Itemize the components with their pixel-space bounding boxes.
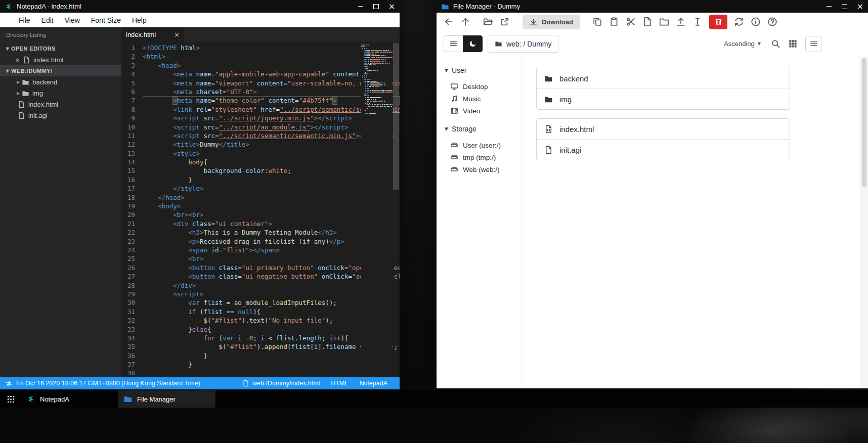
editor-line[interactable]: 11 <script src="../script/semantic/seman…: [121, 131, 400, 140]
cut-button[interactable]: [626, 17, 636, 27]
editor-line[interactable]: 13 <style>: [121, 149, 400, 158]
editor-line[interactable]: 32 $("#flist").text("No input file");: [121, 316, 400, 325]
tree-item-img[interactable]: ▶img: [0, 87, 121, 99]
tree-item-backend[interactable]: ▶backend: [0, 76, 121, 87]
editor-line[interactable]: 5 <meta name="viewport" content="user-sc…: [121, 79, 400, 87]
editor-line[interactable]: 21 <div class="ui container">: [121, 219, 400, 228]
fm-sidebar-item-tmp-tmp[interactable]: tmp (tmp:/): [445, 151, 522, 163]
editor-line[interactable]: 6 <meta charset="UTF-8">: [121, 87, 400, 96]
minimize-button[interactable]: [353, 0, 368, 13]
new-file-button[interactable]: [642, 17, 653, 27]
editor-line[interactable]: 34 for (var i =0; i < flist.length; i++)…: [121, 334, 400, 342]
editor-line[interactable]: 26 <button class="ui primary button" onc…: [121, 263, 400, 272]
editor-line[interactable]: 3 <head>: [121, 61, 400, 70]
file-row-index-html[interactable]: index.html: [537, 119, 790, 139]
rename-button[interactable]: [692, 17, 703, 27]
close-editor-icon[interactable]: ×: [15, 56, 23, 64]
tree-item-index-html[interactable]: ×index.html: [0, 54, 121, 65]
editor-line[interactable]: 31 if (flist == null){: [121, 307, 400, 316]
editor-line[interactable]: 35 $("#flist").append(flist[i].filename …: [121, 342, 400, 351]
tab-index-html[interactable]: index.html ×: [121, 27, 184, 42]
editor-line[interactable]: 24 <span id="flist"></span>: [121, 246, 400, 254]
open-in-new-window-button[interactable]: [500, 17, 510, 27]
close-button[interactable]: ×: [384, 0, 400, 13]
editor-line[interactable]: 25 <br>: [121, 254, 400, 263]
fm-sidebar-item-desktop[interactable]: Desktop: [445, 80, 522, 93]
editor-scrollbar[interactable]: [393, 42, 400, 377]
maximize-button[interactable]: [368, 0, 384, 13]
open-button[interactable]: [483, 17, 493, 27]
fm-sidebar-item-user-user[interactable]: User (user:/): [445, 139, 522, 151]
editor-line[interactable]: 7 <meta name="theme-color" content="#4b7…: [121, 96, 400, 105]
editor-line[interactable]: 10 <script src="../script/ao_module.js">…: [121, 123, 400, 131]
editor-line[interactable]: 17 </style>: [121, 184, 400, 193]
editor-line[interactable]: 19 <body>: [121, 202, 400, 210]
app-launcher-button[interactable]: [0, 390, 21, 408]
editor-line[interactable]: 12 <title>Dummy</title>: [121, 140, 400, 149]
fm-sidebar-item-video[interactable]: Video: [445, 105, 522, 117]
fm-scrollbar[interactable]: [860, 57, 868, 388]
editor-line[interactable]: 37 }: [121, 360, 400, 369]
editor-line[interactable]: 23 <p>Received drag-in filelist (if any)…: [121, 237, 400, 246]
editor-line[interactable]: 38: [121, 369, 400, 377]
editor-line[interactable]: 8 <link rel="stylesheet" href="../script…: [121, 105, 400, 114]
refresh-button[interactable]: [734, 17, 744, 27]
menu-help[interactable]: Help: [126, 16, 152, 24]
menu-edit[interactable]: Edit: [36, 16, 59, 24]
sort-dropdown[interactable]: Ascending ▼: [724, 40, 761, 48]
paste-button[interactable]: [609, 17, 619, 27]
editor-line[interactable]: 2<html>: [121, 52, 400, 61]
tree-section-open-editors[interactable]: ▼OPEN EDITORS: [0, 43, 121, 54]
taskbar-item-file-manager[interactable]: File Manager: [118, 390, 215, 408]
fm-section-user[interactable]: ▼User: [445, 66, 522, 74]
editor-line[interactable]: 33 }else{: [121, 325, 400, 334]
file-row-backend[interactable]: backend: [537, 68, 790, 88]
editor-line[interactable]: 20 <br><br>: [121, 210, 400, 219]
download-button[interactable]: Download: [523, 15, 580, 29]
menu-file[interactable]: File: [13, 16, 36, 24]
editor-line[interactable]: 30 var flist = ao_module_loadInputFiles(…: [121, 298, 400, 307]
taskbar-item-notepada[interactable]: NotepadA: [21, 390, 118, 408]
upload-button[interactable]: [676, 17, 686, 27]
file-row-img[interactable]: img: [537, 88, 790, 109]
minimap[interactable]: [361, 43, 393, 377]
delete-button[interactable]: [709, 15, 727, 29]
help-button[interactable]: [767, 17, 777, 27]
grid-view-button[interactable]: [788, 39, 798, 49]
fm-section-storage[interactable]: ▼Storage: [445, 125, 522, 133]
tree-section-web-dummy[interactable]: ▼WEB:/DUMMY/: [0, 65, 121, 76]
minimize-button[interactable]: [821, 0, 837, 13]
menu-view[interactable]: View: [59, 16, 85, 24]
code-editor[interactable]: 1<!DOCTYPE html>2<html>3 <head>4 <meta n…: [121, 42, 400, 377]
dark-mode-button[interactable]: [463, 35, 483, 52]
fm-sidebar-item-music[interactable]: Music: [445, 93, 522, 105]
tree-item-index-html[interactable]: index.html: [0, 99, 121, 110]
copy-button[interactable]: [592, 17, 602, 27]
tree-item-init-agi[interactable]: init.agi: [0, 110, 121, 121]
editor-line[interactable]: 1<!DOCTYPE html>: [121, 43, 400, 52]
properties-button[interactable]: [751, 17, 761, 27]
editor-line[interactable]: 28 </div>: [121, 281, 400, 290]
editor-line[interactable]: 18 </head>: [121, 193, 400, 202]
editor-line[interactable]: 4 <meta name="apple-mobile-web-app-capab…: [121, 70, 400, 78]
menu-font-size[interactable]: Font Size: [85, 16, 126, 24]
maximize-button[interactable]: [837, 0, 852, 13]
fm-sidebar-item-web-web[interactable]: Web (web:/): [445, 163, 522, 175]
up-button[interactable]: [460, 17, 470, 27]
new-folder-button[interactable]: [659, 17, 669, 27]
back-button[interactable]: [444, 17, 454, 27]
close-button[interactable]: ×: [852, 0, 868, 13]
tab-close-icon[interactable]: ×: [174, 31, 180, 38]
list-view-button[interactable]: [805, 36, 821, 52]
editor-line[interactable]: 36 }: [121, 351, 400, 360]
search-button[interactable]: [771, 39, 780, 49]
editor-line[interactable]: 14 body{: [121, 158, 400, 166]
editor-line[interactable]: 29 <script>: [121, 290, 400, 298]
editor-line[interactable]: 15 background-color:white;: [121, 166, 400, 175]
editor-line[interactable]: 27 <button class="ui negative button" on…: [121, 272, 400, 281]
editor-line[interactable]: 9 <script src="../script/jquery.min.js">…: [121, 114, 400, 122]
breadcrumb[interactable]: web: / Dummy: [488, 35, 558, 53]
editor-line[interactable]: 16 }: [121, 175, 400, 184]
file-row-init-agi[interactable]: init.agi: [537, 139, 790, 160]
menu-toggle-button[interactable]: [444, 35, 463, 52]
